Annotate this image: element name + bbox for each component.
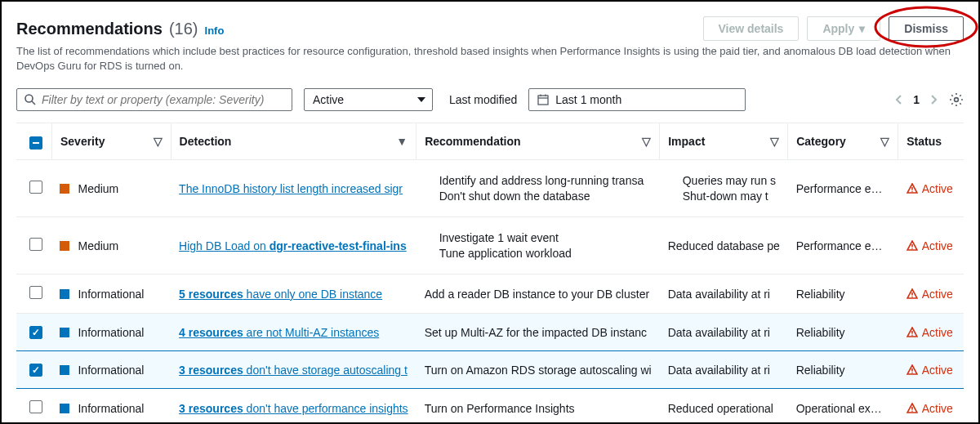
col-severity[interactable]: Severity	[60, 135, 105, 148]
category-text: Reliability	[788, 314, 898, 351]
svg-point-10	[911, 190, 913, 192]
svg-rect-3	[538, 96, 548, 105]
table-row: MediumHigh DB Load on dgr-reactive-test-…	[16, 217, 964, 274]
filter-input[interactable]	[42, 93, 285, 106]
category-text: Reliability	[788, 351, 898, 389]
severity-cell: Informational	[60, 326, 163, 339]
sort-active-icon[interactable]: ▼	[396, 135, 408, 148]
sort-icon[interactable]: ▽	[642, 135, 651, 148]
severity-cell: Informational	[60, 364, 163, 377]
impact-text: Data availability at ri	[660, 274, 788, 314]
page-number: 1	[913, 93, 920, 106]
warning-icon	[906, 327, 918, 338]
row-checkbox[interactable]	[29, 181, 42, 194]
status-filter-select[interactable]: Active	[304, 88, 433, 111]
status-label: Active	[922, 288, 953, 301]
recommendation-item: Identify and address long-running transa	[439, 174, 652, 187]
col-status[interactable]: Status	[906, 135, 942, 148]
status-label: Active	[922, 326, 953, 339]
view-details-button[interactable]: View details	[703, 16, 800, 41]
description-text: The list of recommendations which includ…	[16, 44, 964, 74]
col-category[interactable]: Category	[796, 135, 846, 148]
detection-link[interactable]: 3 resources don't have performance insig…	[179, 402, 408, 415]
severity-cell: Medium	[60, 182, 163, 195]
category-text: Performance e…	[788, 217, 898, 274]
status-label: Active	[922, 364, 953, 377]
last-modified-label: Last modified	[449, 93, 517, 106]
severity-indicator-icon	[60, 365, 69, 375]
severity-label: Medium	[78, 239, 118, 252]
status-cell: Active	[906, 239, 956, 252]
row-checkbox[interactable]	[29, 364, 42, 377]
svg-point-1	[25, 95, 33, 102]
warning-icon	[906, 183, 918, 194]
page-title: Recommendations	[16, 20, 163, 38]
recommendation-item: Tune application workload	[439, 247, 652, 260]
prev-page-icon[interactable]	[895, 94, 903, 105]
status-cell: Active	[906, 182, 956, 195]
select-all-checkbox[interactable]	[29, 136, 42, 150]
severity-label: Medium	[78, 182, 118, 195]
next-page-icon[interactable]	[929, 94, 938, 105]
severity-label: Informational	[78, 402, 144, 415]
recommendation-text: Set up Multi-AZ for the impacted DB inst…	[416, 314, 660, 351]
table-row: Informational5 resources have only one D…	[16, 274, 964, 314]
table-row: Informational4 resources are not Multi-A…	[16, 314, 964, 351]
category-text: Reliability	[788, 274, 898, 314]
row-checkbox[interactable]	[29, 286, 42, 299]
detection-link[interactable]: 5 resources have only one DB instance	[179, 288, 382, 301]
recommendation-item: Don't shut down the database	[439, 190, 652, 203]
info-link[interactable]: Info	[205, 25, 225, 37]
svg-point-25	[911, 410, 913, 412]
status-cell: Active	[906, 402, 956, 415]
impact-text: Data availability at ri	[660, 314, 788, 351]
svg-point-13	[911, 248, 913, 249]
recommendation-item: Investigate 1 wait event	[439, 231, 652, 244]
apply-button[interactable]: Apply▾	[807, 16, 880, 41]
sort-icon[interactable]: ▽	[880, 135, 889, 148]
settings-gear-icon[interactable]	[949, 92, 964, 107]
search-icon	[24, 93, 37, 106]
col-recommendation[interactable]: Recommendation	[425, 135, 520, 148]
row-checkbox[interactable]	[29, 326, 42, 339]
severity-indicator-icon	[60, 241, 69, 251]
svg-point-16	[911, 296, 913, 297]
recommendation-text: Turn on Amazon RDS storage autoscaling w…	[416, 351, 660, 389]
table-row: Informational3 resources don't have perf…	[16, 389, 964, 424]
row-checkbox[interactable]	[29, 238, 42, 251]
status-label: Active	[922, 182, 953, 195]
row-checkbox[interactable]	[29, 400, 42, 413]
date-range-select[interactable]: Last 1 month	[528, 88, 746, 111]
impact-item: Shut-down may t	[683, 190, 780, 203]
recommendations-table: Severity▽ Detection▼ Recommendation▽ Imp…	[16, 123, 964, 424]
sort-icon[interactable]: ▽	[770, 135, 779, 148]
detection-link[interactable]: 4 resources are not Multi-AZ instances	[179, 326, 379, 339]
dismiss-button[interactable]: Dismiss	[889, 16, 964, 41]
recommendation-text: Add a reader DB instance to your DB clus…	[416, 274, 660, 314]
detection-link[interactable]: The InnoDB history list length increased…	[179, 182, 403, 195]
date-range-value: Last 1 month	[555, 93, 621, 106]
warning-icon	[906, 364, 918, 376]
calendar-icon	[537, 94, 549, 105]
severity-label: Informational	[78, 364, 144, 377]
severity-cell: Informational	[60, 288, 163, 301]
status-cell: Active	[906, 326, 956, 339]
col-impact[interactable]: Impact	[668, 135, 705, 148]
impact-item: Queries may run s	[683, 174, 780, 187]
recommendation-text: Turn on Performance Insights	[416, 389, 660, 424]
col-detection[interactable]: Detection	[180, 135, 232, 148]
table-row: MediumThe InnoDB history list length inc…	[16, 160, 964, 217]
category-text: Operational ex…	[788, 389, 898, 424]
filter-input-wrapper[interactable]	[16, 88, 292, 111]
table-row: Informational3 resources don't have stor…	[16, 351, 964, 389]
sort-icon[interactable]: ▽	[154, 135, 163, 148]
recommendations-count: (16)	[169, 20, 198, 38]
warning-icon	[906, 288, 918, 300]
status-cell: Active	[906, 288, 956, 301]
warning-icon	[906, 403, 918, 414]
svg-point-7	[955, 98, 959, 102]
detection-link[interactable]: High DB Load on dgr-reactive-test-final-…	[179, 239, 407, 252]
severity-indicator-icon	[60, 328, 69, 337]
impact-text: Reduced database pe	[660, 217, 788, 274]
detection-link[interactable]: 3 resources don't have storage autoscali…	[179, 364, 408, 377]
